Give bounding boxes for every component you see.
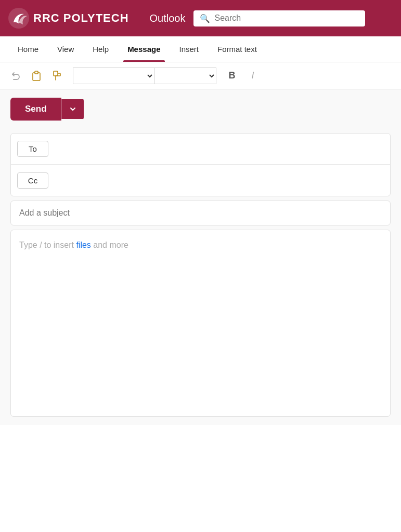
search-bar[interactable]: 🔍 [193, 10, 365, 26]
search-input[interactable] [214, 14, 359, 23]
logo-text: RRC POLYTECH [33, 11, 129, 25]
nav-item-help[interactable]: Help [83, 36, 118, 62]
send-button-group: Send [10, 98, 84, 121]
cc-input[interactable] [55, 172, 384, 189]
svg-rect-3 [54, 71, 58, 76]
compose-area: Send To Cc Type / to insert files and mo… [0, 89, 401, 425]
app-header: RRC POLYTECH Outlook 🔍 [0, 0, 401, 36]
rrc-logo-icon [8, 8, 29, 29]
app-name-label: Outlook [150, 12, 186, 24]
font-family-dropdown[interactable]: Calibri Arial Times New Roman [73, 68, 154, 84]
clipboard-icon [32, 71, 41, 81]
nav-item-view[interactable]: View [48, 36, 83, 62]
nav-item-message[interactable]: Message [118, 36, 170, 62]
subject-row [10, 201, 391, 225]
cc-field-row: Cc [11, 165, 390, 196]
email-fields: To Cc [10, 133, 391, 196]
toolbar: Calibri Arial Times New Roman 10 11 12 1… [0, 62, 401, 89]
logo-area: RRC POLYTECH [8, 8, 129, 29]
format-painter-button[interactable] [48, 66, 67, 85]
italic-button[interactable]: I [243, 66, 262, 85]
format-painter-icon [53, 71, 62, 81]
font-size-dropdown[interactable]: 10 11 12 14 [154, 68, 216, 84]
to-field-row: To [11, 134, 390, 165]
bold-button[interactable]: B [223, 66, 241, 85]
subject-input[interactable] [19, 208, 382, 218]
send-dropdown-button[interactable] [61, 99, 84, 119]
nav-item-format-text[interactable]: Format text [208, 36, 266, 62]
chevron-down-icon [69, 105, 76, 113]
body-placeholder: Type / to insert files and more [19, 241, 382, 250]
nav-menu: Home View Help Message Insert Format tex… [0, 36, 401, 62]
to-button[interactable]: To [17, 141, 48, 157]
body-area[interactable]: Type / to insert files and more [10, 230, 391, 417]
files-link[interactable]: files [76, 241, 90, 249]
clipboard-button[interactable] [27, 66, 46, 85]
nav-item-insert[interactable]: Insert [170, 36, 209, 62]
font-dropdowns: Calibri Arial Times New Roman 10 11 12 1… [73, 68, 216, 84]
undo-icon [11, 71, 20, 81]
nav-item-home[interactable]: Home [8, 36, 48, 62]
to-input[interactable] [55, 140, 384, 157]
cc-button[interactable]: Cc [17, 172, 48, 189]
svg-rect-2 [35, 71, 38, 74]
search-icon: 🔍 [200, 14, 210, 23]
undo-button[interactable] [6, 66, 25, 85]
send-button[interactable]: Send [10, 98, 61, 121]
